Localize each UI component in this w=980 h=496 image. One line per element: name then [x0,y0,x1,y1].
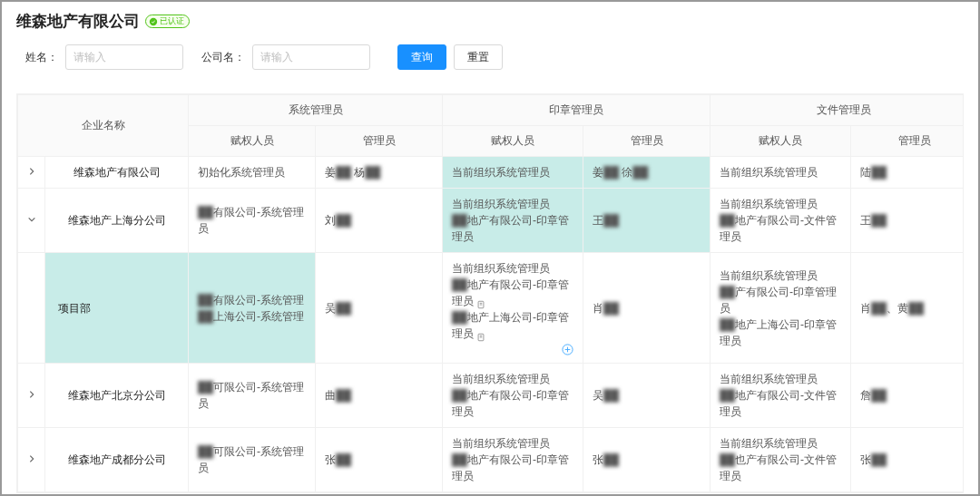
chevron-right-icon [27,164,36,173]
header-file-admin: 管理员 [851,126,965,157]
sys-grantor-cell: ██可限公司-系统管理员 [189,428,316,492]
file-grantor-cell: 当前组织系统管理员██产有限公司-印章管理员██地产上海公司-印章管理员 [710,253,851,364]
header-file-grantor: 赋权人员 [710,126,851,157]
seal-grantor-cell: 当前组织系统管理员██地产有限公司-印章管理员 [443,189,583,253]
table-row: 维森地产上海分公司██有限公司-系统管理员刘██当前组织系统管理员██地产有限公… [18,189,965,253]
check-circle-icon [149,17,158,26]
header-file-group: 文件管理员 [710,95,965,126]
seal-admin-cell: 肖██ [583,253,710,364]
company-name: 维森地产有限公司 [45,157,189,189]
page-icon [476,297,485,306]
file-admin-cell: 肖██、黄██ [851,253,965,364]
file-grantor-cell: 当前组织系统管理员 [710,157,851,189]
company-input[interactable] [252,44,370,70]
search-button[interactable]: 查询 [397,44,446,70]
chevron-right-icon [27,387,36,396]
company-name: 维森地产北京分公司 [45,364,189,428]
expand-toggle[interactable] [18,157,45,189]
page-icon [476,330,485,339]
file-grantor-cell: 当前组织系统管理员██地产有限公司-文件管理员 [710,189,851,253]
company-name: 项目部 [45,253,189,364]
file-admin-cell: 张██ [851,428,965,492]
chevron-down-icon [27,212,36,221]
company-name: 维森地产上海分公司 [45,189,189,253]
header-sys-group: 系统管理员 [189,95,443,126]
file-admin-cell: 王██ [851,189,965,253]
sys-grantor-cell: ██可限公司-系统管理员 [189,364,316,428]
header-sys-admin: 管理员 [316,126,443,157]
expand-toggle[interactable] [18,428,45,492]
add-circle-icon[interactable] [562,344,573,355]
file-grantor-cell: 当前组织系统管理员██也产有限公司-文件管理员 [710,428,851,492]
expand-toggle [18,253,45,364]
sys-admin-cell: 姜██ 杨██ [316,157,443,189]
file-admin-cell: 陆██ [851,157,965,189]
header-sys-grantor: 赋权人员 [189,126,316,157]
reset-button[interactable]: 重置 [454,44,503,70]
seal-admin-cell: 姜██ 徐██ [583,157,710,189]
sys-grantor-cell: 初始化系统管理员 [189,157,316,189]
table-row: 维森地产北京分公司██可限公司-系统管理员曲██当前组织系统管理员██地产有限公… [18,364,965,428]
seal-admin-cell: 王██ [583,189,710,253]
header-company: 企业名称 [18,95,189,157]
seal-admin-cell: 吴██ [583,364,710,428]
company-name: 维森地产成都分公司 [45,428,189,492]
name-input[interactable] [65,44,183,70]
seal-grantor-cell: 当前组织系统管理员██地产有限公司-印章管理员 ██地产上海公司-印章管理员 [443,253,583,364]
seal-grantor-cell: 当前组织系统管理员██地产有限公司-印章管理员 [443,428,583,492]
seal-grantor-cell: 当前组织系统管理员 [443,157,583,189]
seal-admin-cell: 张██ [583,428,710,492]
table-row: 维森地产成都分公司██可限公司-系统管理员张██当前组织系统管理员██地产有限公… [18,428,965,492]
sys-grantor-cell: ██有限公司-系统管理██上海公司-系统管理 [189,253,316,364]
seal-grantor-cell: 当前组织系统管理员██地产有限公司-印章管理员 [443,364,583,428]
sys-admin-cell: 刘██ [316,189,443,253]
sys-admin-cell: 张██ [316,428,443,492]
sys-admin-cell: 吴██ [316,253,443,364]
name-label: 姓名： [16,50,58,65]
header-seal-group: 印章管理员 [443,95,710,126]
verified-badge-label: 已认证 [160,15,184,27]
header-seal-grantor: 赋权人员 [443,126,583,157]
page-title: 维森地产有限公司 [16,11,140,32]
sys-admin-cell: 曲██ [316,364,443,428]
file-grantor-cell: 当前组织系统管理员██地产有限公司-文件管理员 [710,364,851,428]
admin-table: 企业名称 系统管理员 印章管理员 文件管理员 赋权人员 管理员 赋权人员 管理员… [16,93,964,493]
file-admin-cell: 詹██ [851,364,965,428]
sys-grantor-cell: ██有限公司-系统管理员 [189,189,316,253]
header-seal-admin: 管理员 [583,126,710,157]
chevron-right-icon [27,452,36,461]
table-row: 维森地产有限公司初始化系统管理员姜██ 杨██当前组织系统管理员姜██ 徐██当… [18,157,965,189]
verified-badge: 已认证 [145,15,190,28]
expand-toggle[interactable] [18,364,45,428]
company-label: 公司名： [191,50,245,65]
expand-toggle[interactable] [18,189,45,253]
table-row: 项目部██有限公司-系统管理██上海公司-系统管理吴██当前组织系统管理员██地… [18,253,965,364]
